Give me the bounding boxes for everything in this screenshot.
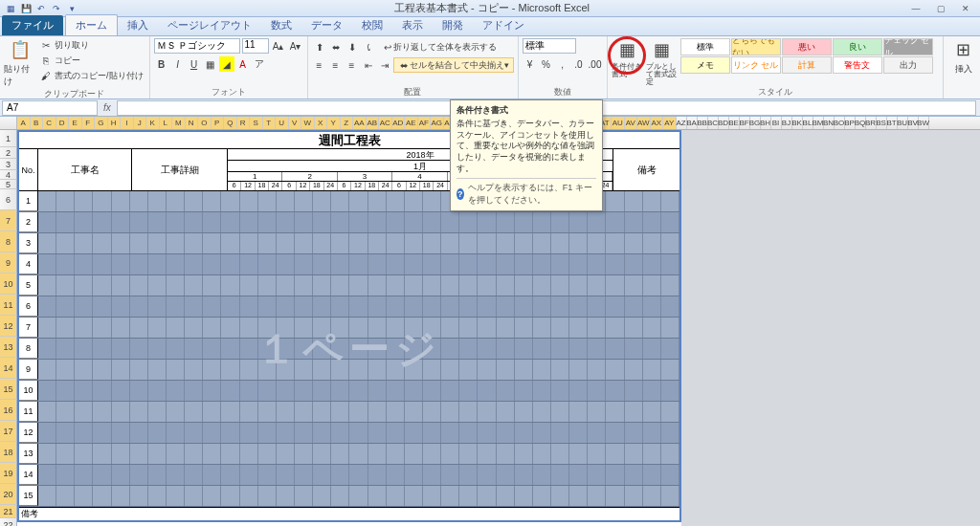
col-header[interactable]: H: [108, 117, 122, 129]
col-header[interactable]: AC: [379, 117, 392, 129]
row-header[interactable]: 9: [0, 252, 17, 274]
col-header[interactable]: G: [95, 117, 108, 129]
row-header[interactable]: 12: [0, 316, 17, 337]
col-header[interactable]: AF: [418, 117, 432, 129]
col-header[interactable]: AG: [431, 117, 444, 129]
style-cell[interactable]: メモ: [680, 56, 730, 74]
row-header[interactable]: 2: [0, 147, 17, 159]
row-header[interactable]: 8: [0, 231, 17, 252]
copy-button[interactable]: ⎘コピー: [38, 54, 145, 68]
col-header[interactable]: D: [56, 117, 70, 129]
maximize-icon[interactable]: ▢: [930, 3, 951, 14]
row-header[interactable]: 1: [0, 130, 17, 147]
col-header[interactable]: BS: [877, 117, 887, 129]
ws-row[interactable]: 5: [19, 275, 679, 296]
fill-color-button[interactable]: ◢: [219, 56, 234, 72]
redo-icon[interactable]: ↷: [50, 2, 63, 15]
row-header[interactable]: 11: [0, 295, 17, 316]
ribbon-tab-5[interactable]: データ: [301, 15, 352, 35]
col-header[interactable]: R: [237, 117, 251, 129]
row-header[interactable]: 14: [0, 358, 17, 379]
align-middle-icon[interactable]: ⬌: [328, 39, 344, 55]
col-header[interactable]: C: [43, 117, 56, 129]
col-header[interactable]: P: [212, 117, 225, 129]
ribbon-tab-0[interactable]: ファイル: [2, 15, 63, 35]
col-header[interactable]: S: [250, 117, 263, 129]
fx-icon[interactable]: fx: [98, 102, 117, 113]
increase-font-icon[interactable]: A▴: [271, 38, 286, 54]
style-cell[interactable]: チェック セル: [883, 38, 933, 55]
indent-dec-icon[interactable]: ⇤: [361, 57, 376, 73]
align-bottom-icon[interactable]: ⬇: [345, 39, 360, 55]
ws-row[interactable]: 3: [19, 233, 679, 254]
col-header[interactable]: AD: [392, 117, 406, 129]
col-header[interactable]: K: [146, 117, 160, 129]
col-header[interactable]: BO: [835, 117, 845, 129]
row-header[interactable]: 17: [0, 421, 17, 442]
style-cell[interactable]: 標準: [680, 38, 730, 55]
bold-button[interactable]: B: [154, 56, 169, 72]
row-header[interactable]: 21: [0, 505, 17, 518]
ws-row[interactable]: 12: [19, 423, 679, 444]
col-header[interactable]: U: [276, 117, 289, 129]
save-icon[interactable]: 💾: [19, 2, 33, 15]
col-header[interactable]: BU: [898, 117, 908, 129]
row-header[interactable]: 6: [0, 189, 17, 210]
ws-row[interactable]: 8: [19, 339, 679, 360]
ws-row[interactable]: 13: [19, 444, 679, 465]
ribbon-tab-4[interactable]: 数式: [261, 15, 301, 35]
col-header[interactable]: BQ: [856, 117, 866, 129]
ribbon-tab-8[interactable]: 開発: [433, 15, 473, 35]
ws-row[interactable]: 7: [19, 318, 679, 339]
font-color-button[interactable]: A: [235, 56, 251, 72]
col-header[interactable]: F: [82, 117, 96, 129]
insert-cells-button[interactable]: ⊞挿入: [947, 38, 980, 76]
col-header[interactable]: AZ: [677, 117, 687, 129]
col-header[interactable]: BG: [750, 117, 761, 129]
col-header[interactable]: BM: [813, 117, 824, 129]
italic-button[interactable]: I: [170, 56, 186, 72]
col-header[interactable]: Q: [224, 117, 237, 129]
row-header[interactable]: 4: [0, 170, 17, 180]
style-cell[interactable]: 警告文: [833, 56, 882, 74]
undo-icon[interactable]: ↶: [34, 2, 48, 15]
ribbon-tab-6[interactable]: 校閲: [352, 15, 392, 35]
excel-icon[interactable]: ▦: [4, 2, 17, 15]
style-cell[interactable]: 出力: [883, 56, 933, 74]
col-header[interactable]: BK: [792, 117, 803, 129]
col-header[interactable]: L: [160, 117, 173, 129]
percent-icon[interactable]: %: [539, 56, 554, 72]
row-header[interactable]: 7: [0, 210, 17, 231]
name-box[interactable]: A7: [2, 100, 98, 116]
format-painter-button[interactable]: 🖌書式のコピー/貼り付け: [38, 69, 145, 83]
format-as-table-button[interactable]: ▦ ブルとして書式設定: [646, 38, 679, 86]
increase-decimal-icon[interactable]: .0: [571, 56, 587, 72]
row-header[interactable]: 16: [0, 400, 17, 421]
row-header[interactable]: 13: [0, 337, 17, 358]
col-header[interactable]: T: [263, 117, 277, 129]
font-size-select[interactable]: 11: [242, 38, 269, 54]
row-header[interactable]: 19: [0, 463, 17, 484]
col-header[interactable]: M: [172, 117, 186, 129]
currency-icon[interactable]: ¥: [523, 56, 538, 72]
style-cell[interactable]: どちらでもない: [731, 38, 781, 55]
ribbon-tab-1[interactable]: ホーム: [65, 14, 118, 35]
ws-row[interactable]: 15: [19, 486, 679, 507]
col-header[interactable]: AW: [637, 117, 651, 129]
ws-row[interactable]: 10: [19, 381, 679, 402]
qat-more-icon[interactable]: ▾: [65, 2, 78, 15]
col-header[interactable]: BD: [719, 117, 729, 129]
underline-button[interactable]: U: [187, 56, 202, 72]
col-header[interactable]: BW: [919, 117, 929, 129]
col-header[interactable]: AY: [663, 117, 677, 129]
col-header[interactable]: BJ: [782, 117, 792, 129]
col-header[interactable]: A: [17, 117, 31, 129]
col-header[interactable]: V: [289, 117, 302, 129]
conditional-format-button[interactable]: ▦ 条件付き書式: [612, 38, 644, 78]
align-left-icon[interactable]: ≡: [312, 57, 327, 73]
col-header[interactable]: AV: [625, 117, 638, 129]
number-format-select[interactable]: 標準: [523, 38, 576, 54]
wrap-text-button[interactable]: ↩折り返して全体を表示する: [377, 39, 501, 55]
row-header[interactable]: 15: [0, 379, 17, 400]
row-header[interactable]: 22: [0, 518, 17, 526]
